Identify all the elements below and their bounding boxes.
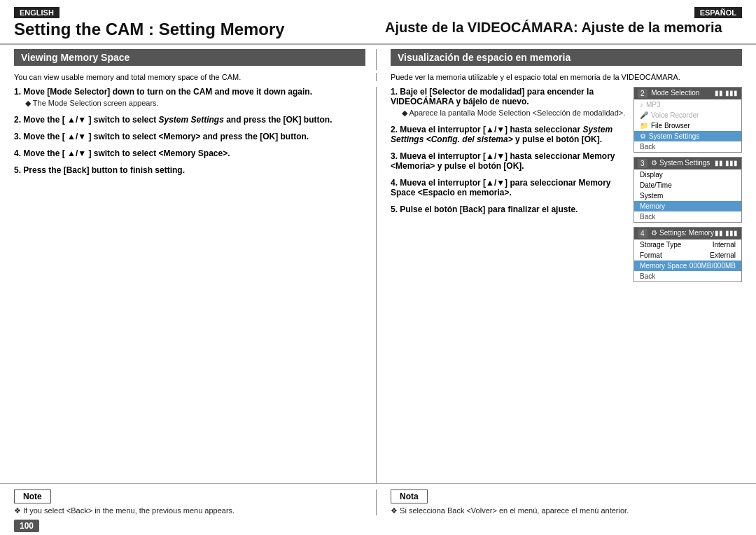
step-en-4: 4. Move the [ ▲/▼ ] switch to select <Me… <box>14 148 365 158</box>
page-title-es: Ajuste de la VIDEOCÁMARA: Ajuste de la m… <box>385 20 722 35</box>
screen-3-back: Back <box>634 211 741 222</box>
step-en-3: 3. Move the [ ▲/▼ ] switch to select <Me… <box>14 132 365 141</box>
note-es-text: Si selecciona Back <Volver> en el menú, … <box>391 506 742 515</box>
note-es-area: Nota Si selecciona Back <Volver> en el m… <box>376 489 742 515</box>
screen-3-system: System <box>634 190 741 201</box>
screen-4-storagetype: Storage TypeInternal <box>634 239 741 250</box>
steps-col-en: 1. Move [Mode Selector] down to turn on … <box>14 87 376 483</box>
screen-3: 3 ⚙ System Settings ▮▮ ▮▮▮ Display Date/… <box>634 157 742 223</box>
lang-badge-en: ENGLISH <box>14 7 59 18</box>
section-heading-es: Visualización de espacio en memoria <box>391 49 742 66</box>
note-en-text: If you select <Back> in the menu, the pr… <box>14 506 365 515</box>
step-en-1-note: The Mode Selection screen appears. <box>14 99 365 108</box>
screens-area: 2 Mode Selection ▮▮ ▮▮▮ ♪MP3 🎤Voice Reco… <box>634 87 742 286</box>
screen-2-item-system: ⚙System Settings <box>634 131 741 141</box>
screen-3-datetime: Date/Time <box>634 180 741 190</box>
page: ENGLISH ESPAÑOL Setting the CAM : Settin… <box>0 0 756 535</box>
section-heading-en: Viewing Memory Space <box>14 49 365 66</box>
note-en-label: Note <box>14 489 51 503</box>
step-en-2: 2. Move the [ ▲/▼ ] switch to select Sys… <box>14 115 365 125</box>
screen-2-item-voice: 🎤Voice Recorder <box>634 110 741 120</box>
screen-4-memoryspace: Memory Space000MB/000MB <box>634 260 741 271</box>
screen-2-item-mp3: ♪MP3 <box>634 99 741 110</box>
page-number-area: 100 <box>0 518 756 535</box>
note-es-label: Nota <box>391 489 428 503</box>
screen-4-back: Back <box>634 271 741 282</box>
screen-4-header: 4 ⚙ Settings: Memory ▮▮ ▮▮▮ <box>634 228 741 239</box>
screen-4-format: FormatExternal <box>634 250 741 260</box>
note-en-area: Note If you select <Back> in the menu, t… <box>14 489 376 515</box>
steps-col-es: 2 Mode Selection ▮▮ ▮▮▮ ♪MP3 🎤Voice Reco… <box>376 87 742 483</box>
intro-en: You can view usable memory and total mem… <box>14 73 365 81</box>
page-title-en: Setting the CAM : Setting Memory <box>14 20 285 39</box>
screen-2: 2 Mode Selection ▮▮ ▮▮▮ ♪MP3 🎤Voice Reco… <box>634 87 742 153</box>
screen-3-header: 3 ⚙ System Settings ▮▮ ▮▮▮ <box>634 158 741 169</box>
screen-3-display: Display <box>634 169 741 180</box>
screen-2-header: 2 Mode Selection ▮▮ ▮▮▮ <box>634 88 741 99</box>
step-en-1: 1. Move [Mode Selector] down to turn on … <box>14 87 365 108</box>
step-en-5: 5. Press the [Back] button to finish set… <box>14 165 365 175</box>
screen-2-back: Back <box>634 141 741 152</box>
intro-es: Puede ver la memoria utilizable y el esp… <box>391 73 742 81</box>
lang-badge-es: ESPAÑOL <box>694 7 742 18</box>
screen-4: 4 ⚙ Settings: Memory ▮▮ ▮▮▮ Storage Type… <box>634 227 742 282</box>
page-number: 100 <box>14 520 39 532</box>
screen-2-item-file: 📁File Browser <box>634 120 741 131</box>
screen-3-memory: Memory <box>634 201 741 211</box>
